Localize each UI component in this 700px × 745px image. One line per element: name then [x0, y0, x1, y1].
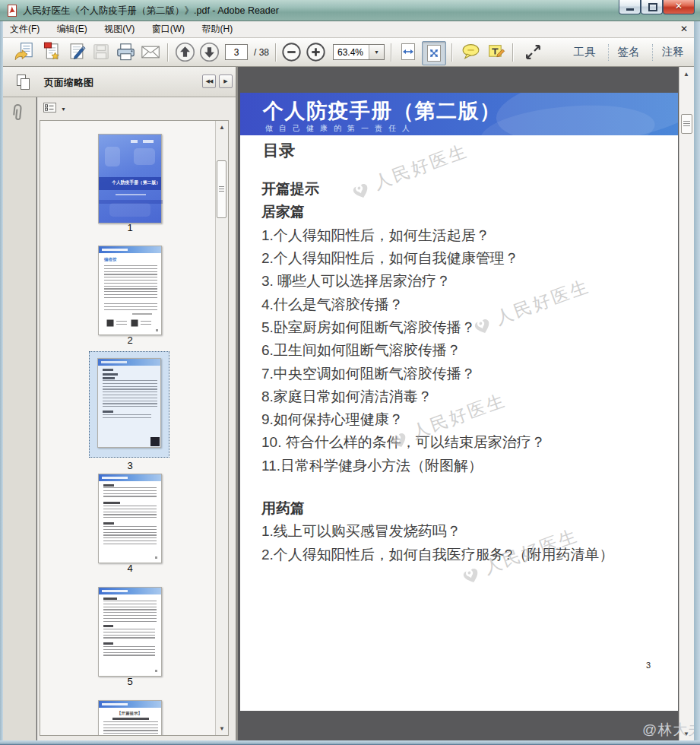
zoom-in-button[interactable] — [306, 42, 327, 63]
thumbnails-panel-header: 页面缩略图 ◀◀ ▶ — [3, 67, 236, 97]
open-file-icon — [14, 42, 34, 62]
save-icon — [91, 42, 111, 62]
thumbnail-scrollbar[interactable]: ▲ ▼ — [215, 121, 228, 735]
collapse-panel-button[interactable]: ◀◀ — [202, 74, 216, 88]
menu-help[interactable]: 帮助(H) — [195, 21, 239, 37]
page-number-input[interactable] — [225, 44, 248, 60]
thumbnail-page-5[interactable] — [98, 587, 162, 677]
scroll-up-icon[interactable]: ▲ — [216, 122, 228, 133]
view-indicator[interactable] — [150, 437, 160, 446]
zoom-level-input[interactable] — [334, 45, 371, 59]
thumbnail-options-button[interactable]: ▼ — [43, 102, 66, 116]
highlight-text-button[interactable] — [486, 42, 508, 63]
qr-code — [106, 319, 115, 328]
close-document-icon[interactable]: ✕ — [680, 24, 688, 34]
toc-section-heading: 居家篇 — [261, 201, 672, 224]
thumbnail-label: 2 — [98, 334, 162, 346]
toc-item: 10. 符合什么样的条件，可以结束居家治疗？ — [261, 431, 672, 454]
toolbar-separator — [391, 43, 392, 62]
menu-file[interactable]: 文件(F) — [3, 21, 46, 37]
toc-list: 开篇提示 居家篇 1.个人得知阳性后，如何生活起居？ 2.个人得知阳性后，如何自… — [261, 178, 672, 566]
sign-document-button[interactable] — [67, 42, 88, 63]
toc-item: 7.中央空调如何阻断气溶胶传播？ — [261, 362, 672, 385]
email-button[interactable] — [140, 42, 161, 63]
toc-item: 3. 哪些人可以选择居家治疗？ — [261, 270, 672, 293]
toc-item: 1.线上可以购买感冒发烧药吗？ — [261, 520, 672, 543]
toc-section-heading: 开篇提示 — [261, 178, 672, 201]
maximize-button[interactable] — [641, 0, 663, 14]
toolbar-dotted-separator — [608, 44, 609, 61]
toc-item: 8.家庭日常如何清洁消毒？ — [261, 385, 672, 408]
toolbar-separator — [451, 43, 453, 62]
document-scrollbar-thumb[interactable] — [681, 114, 692, 134]
thumbnail-label: 5 — [98, 676, 162, 687]
thumbnail-page-2[interactable]: 编者按 — [98, 246, 162, 335]
create-pdf-button[interactable] — [41, 42, 62, 63]
attachments-paperclip-icon[interactable] — [5, 100, 35, 132]
fullscreen-icon — [523, 42, 543, 62]
panel-title: 页面缩略图 — [44, 76, 93, 90]
zoom-out-button[interactable] — [281, 42, 302, 63]
window-frame-bottom — [0, 740, 700, 745]
menu-bar: 文件(F) 编辑(E) 视图(V) 窗口(W) 帮助(H) ✕ — [3, 21, 694, 38]
dropdown-arrow-icon: ▼ — [61, 106, 66, 112]
previous-page-button[interactable] — [175, 42, 196, 63]
thumbnail-label: 4 — [98, 563, 162, 574]
next-page-icon — [199, 42, 220, 62]
menu-window[interactable]: 窗口(W) — [145, 21, 192, 37]
toc-title: 目录 — [263, 140, 295, 161]
highlight-text-icon — [486, 42, 507, 62]
add-comment-button[interactable] — [461, 42, 482, 63]
zoom-level-control: ▼ — [333, 44, 385, 60]
minimize-button[interactable] — [619, 0, 641, 14]
toc-section-heading: 用药篇 — [261, 497, 672, 520]
fit-page-icon — [424, 43, 444, 63]
toc-item: 6.卫生间如何阻断气溶胶传播？ — [261, 339, 672, 362]
fit-width-button[interactable] — [398, 42, 420, 63]
thumbnail-page-4[interactable] — [98, 474, 162, 563]
print-icon — [116, 42, 136, 62]
next-page-button[interactable] — [199, 42, 220, 63]
open-file-button[interactable] — [14, 42, 35, 63]
thumbnail-heading: 编者按 — [104, 256, 117, 262]
sign-panel-button[interactable]: 签名 — [610, 45, 648, 59]
save-button — [91, 42, 112, 63]
scroll-down-icon[interactable]: ▼ — [216, 723, 228, 734]
thumbnail-label: 1 — [98, 222, 162, 233]
zoom-dropdown-button[interactable]: ▼ — [369, 45, 384, 59]
thumbnail-selection-box[interactable] — [89, 351, 169, 458]
minimize-icon — [626, 8, 634, 11]
title-bar[interactable]: 人民好医生《个人防疫手册（第二版）》.pdf - Adobe Reader ✕ — [0, 0, 700, 21]
fit-page-button[interactable] — [422, 41, 446, 65]
toc-item: 11.日常科学健身小方法（附图解） — [261, 455, 672, 477]
qr-code — [130, 319, 139, 328]
page-thumbnails-icon[interactable] — [13, 72, 33, 95]
thumbnail-scrollbar-thumb[interactable] — [217, 160, 226, 218]
thumbnail-label: 3 — [98, 460, 162, 471]
menu-edit[interactable]: 编辑(E) — [50, 21, 94, 37]
pdf-page: 个人防疫手册（第二版） 做自己健康的第一责任人 目录 开篇提示 居家篇 1.个人… — [240, 93, 678, 711]
fullscreen-button[interactable] — [523, 42, 544, 63]
thumbnail-page-3[interactable] — [97, 358, 161, 448]
toc-item: 5.卧室厨房如何阻断气溶胶传播？ — [261, 316, 672, 339]
expand-panel-button[interactable]: ▶ — [219, 74, 233, 88]
toc-item: 2.个人得知阳性后，如何自我健康管理？ — [261, 247, 672, 270]
adobe-reader-window: 人民好医生《个人防疫手册（第二版）》.pdf - Adobe Reader ✕ … — [0, 0, 700, 745]
close-window-button[interactable]: ✕ — [663, 0, 695, 14]
thumbnail-page-6[interactable]: 【开篇提示】 — [98, 700, 162, 736]
toc-item: 9.如何保持心理健康？ — [261, 408, 672, 431]
thumbnail-page-1[interactable]: 个人防疫手册（第二版） — [98, 134, 162, 224]
email-icon — [140, 42, 160, 62]
tools-button[interactable]: 工具 — [565, 45, 603, 59]
toc-item: 4.什么是气溶胶传播？ — [261, 293, 672, 315]
thumbnail-list: 个人防疫手册（第二版） 1 编者按 2 — [40, 120, 229, 736]
scroll-up-icon[interactable]: ▲ — [680, 68, 692, 80]
comment-bubble-icon — [461, 42, 481, 62]
document-scrollbar[interactable]: ▲ ▼ — [679, 67, 694, 741]
window-frame-right — [694, 21, 700, 741]
cover-title: 个人防疫手册（第二版） — [112, 179, 148, 185]
print-button[interactable] — [116, 42, 137, 63]
comment-panel-button[interactable]: 注释 — [654, 45, 692, 59]
menu-view[interactable]: 视图(V) — [97, 21, 141, 37]
toc-item: 1.个人得知阳性后，如何生活起居？ — [261, 224, 672, 247]
